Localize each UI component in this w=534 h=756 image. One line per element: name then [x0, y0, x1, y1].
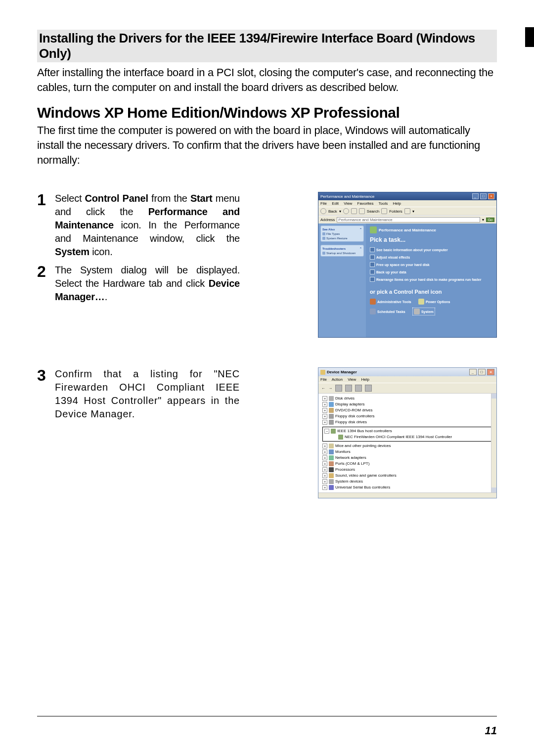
node-label: Monitors — [335, 449, 351, 455]
cp-icon-admin-tools[interactable]: Administrative Tools — [370, 299, 411, 305]
expand-icon[interactable]: + — [322, 396, 327, 401]
menu-help[interactable]: Help — [361, 377, 369, 382]
intro-paragraph: After installing the interface board in … — [37, 65, 497, 94]
cp-icon-power-options[interactable]: Power Options — [418, 299, 450, 305]
tree-node-dvd[interactable]: +DVD/CD-ROM drives — [322, 407, 492, 413]
side-item-filetypes[interactable]: File Types — [322, 232, 362, 235]
close-button[interactable]: × — [488, 193, 494, 199]
tree-node-sound[interactable]: +Sound, video and game controllers — [322, 473, 492, 479]
maximize-button[interactable]: □ — [478, 369, 486, 375]
tree-node-floppy-controllers[interactable]: +Floppy disk controllers — [322, 413, 492, 419]
expand-icon[interactable]: + — [322, 449, 327, 454]
step-body: Select Control Panel from the Start menu… — [55, 192, 240, 259]
tree-node-system-devices[interactable]: +System devices — [322, 479, 492, 485]
toolbar-icon[interactable] — [335, 385, 342, 392]
window-titlebar[interactable]: Performance and Maintenance _ □ × — [318, 192, 496, 200]
maximize-button[interactable]: □ — [480, 193, 487, 199]
menu-view[interactable]: View — [348, 377, 356, 382]
step-text-group: 1 Select Control Panel from the Start me… — [37, 192, 240, 309]
menu-tools[interactable]: Tools — [379, 201, 388, 206]
tree-node-ports[interactable]: +Ports (COM & LPT) — [322, 461, 492, 467]
address-dropdown[interactable]: ▾ — [482, 218, 484, 222]
collapse-icon[interactable]: ⌃ — [359, 247, 362, 250]
back-icon[interactable] — [320, 208, 326, 214]
expand-icon[interactable]: + — [322, 455, 327, 460]
task-link-visual-effects[interactable]: Adjust visual effects — [370, 255, 492, 260]
status-bar — [318, 492, 496, 498]
cp-icon-system[interactable]: System — [412, 308, 435, 315]
tree-node-floppy-drives[interactable]: +Floppy disk drives — [322, 419, 492, 425]
expand-icon[interactable]: + — [322, 402, 327, 407]
expand-icon[interactable]: + — [322, 414, 327, 419]
menu-edit[interactable]: Edit — [332, 201, 339, 206]
tree-node-monitors[interactable]: +Monitors — [322, 449, 492, 455]
expand-icon[interactable]: + — [322, 485, 327, 490]
address-field[interactable]: Performance and Maintenance — [337, 217, 480, 222]
menu-favorites[interactable]: Favorites — [357, 201, 374, 206]
tree-node-network[interactable]: +Network adapters — [322, 455, 492, 461]
tree-node-display-adapters[interactable]: +Display adapters — [322, 401, 492, 407]
go-button[interactable]: Go — [486, 218, 494, 222]
scrollbar[interactable] — [491, 394, 496, 492]
menu-file[interactable]: File — [320, 201, 327, 206]
node-label: Floppy disk drives — [335, 419, 367, 425]
window-buttons: _ □ × — [469, 369, 494, 375]
task-link-backup[interactable]: Back up your data — [370, 269, 492, 274]
expand-icon[interactable]: + — [322, 479, 327, 484]
back-arrow-icon[interactable]: ← — [321, 386, 325, 391]
back-button[interactable]: Back — [328, 209, 337, 214]
node-label: DVD/CD-ROM drives — [335, 407, 373, 413]
menu-help[interactable]: Help — [393, 201, 401, 206]
task-link-basic-info[interactable]: See basic information about your compute… — [370, 247, 492, 252]
node-label: Universal Serial Bus controllers — [335, 485, 390, 490]
step-text: icon. — [89, 246, 113, 257]
side-item-startup-shutdown[interactable]: Startup and Shutdown — [322, 252, 362, 255]
views-dropdown[interactable]: ▾ — [412, 209, 414, 214]
menu-view[interactable]: View — [344, 201, 352, 206]
search-button[interactable]: Search — [367, 209, 379, 214]
forward-arrow-icon[interactable]: → — [328, 386, 332, 391]
section-title: Installing the Drivers for the IEEE 1394… — [37, 30, 497, 62]
menu-action[interactable]: Action — [332, 377, 343, 382]
search-icon[interactable] — [359, 208, 365, 214]
toolbar-icon[interactable] — [365, 385, 372, 392]
cp-icon-scheduled-tasks[interactable]: Scheduled Tasks — [370, 309, 405, 314]
tree-node-usb[interactable]: +Universal Serial Bus controllers — [322, 485, 492, 490]
menu-file[interactable]: File — [320, 377, 327, 382]
close-button[interactable]: × — [487, 369, 494, 375]
node-label: Network adapters — [335, 455, 366, 461]
step-number: 3 — [37, 367, 55, 383]
expand-icon[interactable]: + — [322, 473, 327, 478]
minimize-button[interactable]: _ — [469, 369, 477, 375]
tree-node-disk-drives[interactable]: +Disk drives — [322, 396, 492, 401]
minimize-button[interactable]: _ — [472, 193, 479, 199]
folders-icon[interactable] — [381, 208, 387, 214]
expand-icon[interactable]: + — [322, 420, 327, 425]
task-link-free-space[interactable]: Free up space on your hard disk — [370, 262, 492, 267]
step-bold: Control Panel — [85, 193, 148, 204]
folders-button[interactable]: Folders — [389, 209, 402, 214]
expand-icon[interactable]: + — [322, 461, 327, 466]
side-item-system-restore[interactable]: System Restore — [322, 237, 362, 240]
toolbar: Back▾ Search Folders ▾ — [318, 207, 496, 216]
toolbar-icon[interactable] — [345, 385, 352, 392]
task-link-defrag[interactable]: Rearrange items on your hard disk to mak… — [370, 277, 492, 282]
toolbar-icon[interactable] — [355, 385, 362, 392]
step-body: Confirm that a listing for "NEC Fireward… — [55, 367, 240, 421]
collapse-icon[interactable]: − — [324, 429, 329, 434]
page-margin-tab — [525, 27, 534, 47]
views-icon[interactable] — [404, 208, 410, 214]
collapse-icon[interactable]: ⌃ — [359, 227, 362, 231]
tree-node-processors[interactable]: +Processors — [322, 467, 492, 473]
tree-node-ieee1394[interactable]: −IEEE 1394 Bus host controllers — [324, 428, 490, 434]
window-body: See Also⌃ File Types System Restore Trou… — [318, 223, 496, 337]
expand-icon[interactable]: + — [322, 444, 327, 448]
tree-node-mice[interactable]: +Mice and other pointing devices — [322, 443, 492, 449]
tree-node-nec-firewarden[interactable]: NEC FireWarden OHCI Compliant IEEE 1394 … — [338, 434, 490, 440]
up-icon[interactable] — [351, 208, 357, 214]
window-titlebar[interactable]: Device Manager _ □ × — [318, 368, 496, 376]
expand-icon[interactable]: + — [322, 467, 327, 472]
forward-icon[interactable] — [343, 208, 349, 214]
expand-icon[interactable]: + — [322, 408, 327, 413]
back-dropdown[interactable]: ▾ — [339, 209, 341, 214]
